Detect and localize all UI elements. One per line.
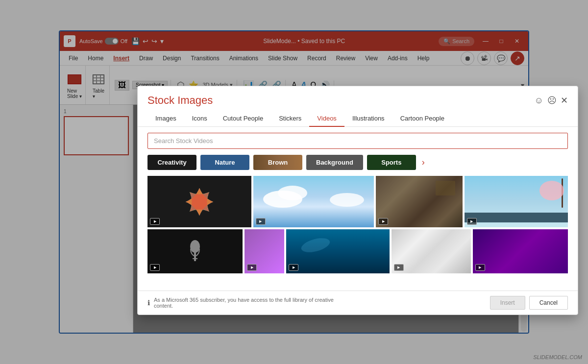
feedback-positive-button[interactable]: ☺ [535, 96, 543, 106]
dialog-search-area [138, 127, 578, 155]
video-badge-3 [378, 218, 388, 225]
svg-point-0 [190, 240, 200, 253]
video-play-icon-5 [150, 264, 160, 271]
svg-rect-1 [194, 252, 196, 258]
insert-button[interactable]: Insert [490, 296, 525, 310]
video-badge-1 [150, 218, 160, 225]
screen: P AutoSave Off 💾 ↩ ↪ ▾ SlideMode... • Sa… [0, 0, 588, 364]
category-nature[interactable]: Nature [200, 155, 249, 170]
tab-icons[interactable]: Icons [184, 111, 215, 127]
video-item-2[interactable] [253, 176, 374, 227]
video-play-icon-6 [247, 264, 257, 271]
dialog-header-controls: ☺ ☹ ✕ [535, 95, 568, 106]
svg-rect-2 [193, 258, 197, 259]
dialog-tabs: Images Icons Cutout People Stickers Vide… [138, 111, 578, 127]
video-item-3[interactable] [376, 176, 462, 227]
stock-images-dialog: Stock Images ☺ ☹ ✕ Images Icons Cutout P… [137, 86, 578, 315]
video-badge-4 [467, 218, 477, 225]
video-badge-2 [256, 218, 266, 225]
category-row: Creativity Nature Brown Background Sport… [138, 155, 578, 176]
category-brown[interactable]: Brown [253, 155, 302, 170]
tab-stickers[interactable]: Stickers [271, 111, 309, 127]
video-badge-8 [394, 264, 404, 271]
tab-videos[interactable]: Videos [309, 111, 344, 127]
video-item-1[interactable] [147, 176, 251, 227]
dialog-title: Stock Images [147, 94, 213, 107]
video-item-7[interactable] [286, 229, 390, 273]
feedback-negative-button[interactable]: ☹ [547, 95, 557, 106]
footer-info-text: As a Microsoft 365 subscriber, you have … [154, 297, 343, 309]
video-play-icon-3 [378, 218, 388, 225]
video-item-5[interactable] [147, 229, 243, 273]
video-badge-9 [475, 264, 485, 271]
video-badge-6 [247, 264, 257, 271]
video-play-icon-4 [467, 218, 477, 225]
video-item-6[interactable] [245, 229, 284, 273]
video-item-8[interactable] [392, 229, 471, 273]
svg-rect-3 [194, 259, 196, 261]
video-item-4[interactable] [465, 176, 568, 227]
dialog-footer: ℹ As a Microsoft 365 subscriber, you hav… [138, 291, 578, 315]
video-play-icon-9 [475, 264, 485, 271]
tab-illustrations[interactable]: Illustrations [344, 111, 392, 127]
tab-cartoon-people[interactable]: Cartoon People [392, 111, 452, 127]
video-play-icon-1 [150, 218, 160, 225]
category-sports[interactable]: Sports [367, 155, 416, 170]
category-next-button[interactable]: › [422, 157, 425, 168]
video-badge-7 [289, 264, 298, 271]
video-grid [138, 176, 578, 291]
dialog-close-button[interactable]: ✕ [561, 95, 568, 106]
tab-cutout-people[interactable]: Cutout People [215, 111, 271, 127]
dialog-header: Stock Images ☺ ☹ ✕ [138, 86, 578, 111]
video-play-icon-8 [394, 264, 404, 271]
video-item-9[interactable] [473, 229, 568, 273]
info-icon: ℹ [147, 299, 150, 307]
tab-images[interactable]: Images [147, 111, 184, 127]
cancel-button[interactable]: Cancel [529, 296, 568, 310]
category-creativity[interactable]: Creativity [147, 155, 196, 170]
category-background[interactable]: Background [306, 155, 363, 170]
video-play-icon-7 [289, 264, 298, 271]
footer-buttons: Insert Cancel [490, 296, 568, 310]
search-input[interactable] [147, 133, 568, 149]
video-grid-row-2 [147, 229, 568, 273]
video-play-icon-2 [256, 218, 266, 225]
footer-info: ℹ As a Microsoft 365 subscriber, you hav… [147, 297, 343, 309]
video-badge-5 [150, 264, 160, 271]
video-grid-row-1 [147, 176, 568, 227]
